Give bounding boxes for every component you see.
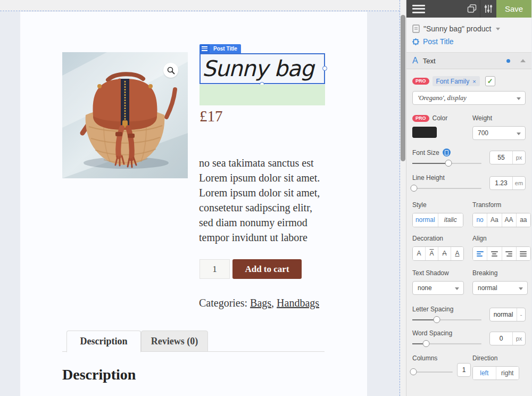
letter-spacing-input[interactable]: normal -	[489, 308, 526, 321]
decoration-button-group: A A A A	[412, 246, 464, 261]
direction-left-button[interactable]: left	[473, 367, 496, 380]
menu-icon[interactable]	[412, 5, 425, 13]
font-size-label: Font Size	[412, 149, 439, 156]
responsive-device-icon[interactable]	[443, 148, 451, 156]
align-justify-icon	[520, 251, 527, 257]
direction-button-group: left right	[472, 366, 519, 380]
scrollbar-thumb[interactable]	[401, 15, 405, 161]
columns-slider[interactable]	[412, 368, 453, 375]
align-center-icon	[491, 251, 498, 257]
font-size-input[interactable]: 55 px	[489, 151, 526, 164]
font-family-chip-label: Font Family	[436, 78, 470, 85]
tab-reviews[interactable]: Reviews (0)	[141, 331, 208, 352]
word-spacing-input[interactable]: 0 px	[489, 332, 526, 345]
style-italic-button[interactable]: italic	[438, 213, 463, 227]
selected-post-title-element[interactable]: Sunny bag	[200, 53, 325, 84]
page-selector[interactable]: "Sunny bag" product	[412, 22, 526, 35]
transform-uppercase-button[interactable]: AA	[502, 213, 516, 227]
color-label: Color	[433, 114, 448, 122]
description-line: Lorem ipsum dolor sit amet,	[199, 185, 332, 200]
layers-icon	[467, 4, 477, 13]
breaking-select[interactable]: normal	[472, 281, 528, 295]
text-shadow-select[interactable]: none	[412, 281, 464, 295]
product-description[interactable]: no sea takimata sanctus estLorem ipsum d…	[199, 155, 332, 245]
style-button-group: normal italic	[412, 213, 463, 227]
decoration-strikethrough-button[interactable]: A	[438, 247, 451, 260]
preview-scrollbar[interactable]	[400, 0, 406, 396]
breaking-label: Breaking	[472, 269, 528, 277]
product-image[interactable]	[62, 52, 188, 178]
slider-thumb[interactable]	[423, 340, 430, 347]
line-height-slider[interactable]	[412, 185, 481, 192]
slider-thumb[interactable]	[445, 160, 452, 167]
product-title[interactable]: Sunny bag	[201, 54, 324, 83]
text-section-icon: A	[412, 56, 418, 65]
magnifier-icon	[167, 67, 175, 75]
letter-spacing-value[interactable]: normal	[490, 308, 517, 321]
image-zoom-button[interactable]	[163, 63, 178, 78]
align-right-button[interactable]	[502, 247, 516, 260]
snapshots-button[interactable]	[464, 0, 480, 18]
collapse-icon[interactable]	[520, 59, 526, 62]
selection-badge-label[interactable]: Post Title	[210, 44, 241, 53]
direction-label: Direction	[472, 354, 526, 362]
columns-input[interactable]: 1	[457, 363, 471, 377]
pro-badge: PRO	[412, 115, 429, 122]
live-preview-canvas[interactable]: Post Title Sunny bag £17 no sea takimata…	[0, 0, 400, 396]
font-family-chip[interactable]: Font Family ×	[433, 76, 480, 86]
line-height-input[interactable]: 1.23 em	[489, 176, 526, 190]
tab-description[interactable]: Description	[66, 331, 141, 352]
weight-select[interactable]: 700	[472, 126, 526, 140]
element-label[interactable]: Post Title	[423, 37, 454, 46]
align-left-icon	[477, 251, 484, 257]
align-center-button[interactable]	[487, 247, 501, 260]
selector-target-icon	[412, 38, 419, 45]
font-size-slider[interactable]	[412, 160, 481, 167]
category-link-bags[interactable]: Bags	[250, 297, 271, 309]
description-line: consetetur sadipscing elitr,	[199, 200, 332, 215]
quantity-input[interactable]: 1	[200, 259, 230, 279]
word-spacing-slider[interactable]	[412, 340, 481, 347]
category-link-handbags[interactable]: Handbags	[277, 297, 319, 309]
font-family-select[interactable]: 'Oregano', display	[412, 91, 526, 105]
line-height-value[interactable]: 1.23	[490, 177, 512, 189]
remove-font-family-icon[interactable]: ×	[472, 78, 476, 85]
settings-button[interactable]	[480, 0, 496, 18]
columns-value[interactable]: 1	[458, 364, 470, 376]
section-header-text[interactable]: A Text	[406, 53, 531, 69]
decoration-underline-button[interactable]: A	[451, 247, 463, 260]
resize-handle-right[interactable]	[322, 66, 327, 71]
section-title: Text	[423, 57, 502, 65]
element-menu-icon[interactable]	[200, 44, 210, 53]
slider-thumb[interactable]	[433, 316, 440, 323]
direction-right-button[interactable]: right	[496, 367, 519, 380]
document-icon	[412, 24, 420, 33]
letter-spacing-slider[interactable]	[412, 316, 481, 323]
panel-topbar: Save	[406, 0, 531, 18]
add-to-cart-button[interactable]: Add to cart	[232, 259, 302, 279]
product-price[interactable]: £17	[200, 108, 223, 125]
align-left-button[interactable]	[473, 247, 487, 260]
modified-indicator-dot	[506, 59, 510, 63]
slider-thumb[interactable]	[410, 368, 417, 375]
style-normal-button[interactable]: normal	[413, 213, 438, 227]
font-size-value[interactable]: 55	[490, 151, 512, 164]
font-family-checkbox[interactable]: ✓	[485, 76, 495, 86]
save-button[interactable]: Save	[496, 0, 531, 18]
transform-lowercase-button[interactable]: aa	[516, 213, 530, 227]
color-swatch[interactable]	[412, 127, 437, 138]
categories-label: Categories:	[199, 297, 250, 309]
weight-label: Weight	[472, 114, 526, 122]
word-spacing-value[interactable]: 0	[490, 332, 512, 345]
selected-element-item[interactable]: Post Title	[412, 35, 526, 48]
transform-capitalize-button[interactable]: Aa	[487, 213, 501, 227]
selection-badge[interactable]: Post Title	[200, 44, 241, 53]
transform-none-button[interactable]: no	[473, 213, 487, 227]
transform-label: Transform	[472, 201, 531, 209]
decoration-overline-button[interactable]: A	[425, 247, 438, 260]
decoration-none-button[interactable]: A	[413, 247, 425, 260]
align-justify-button[interactable]	[516, 247, 530, 260]
slider-thumb[interactable]	[410, 185, 417, 192]
word-spacing-unit: px	[512, 332, 525, 345]
description-line: no sea takimata sanctus est	[199, 155, 332, 170]
